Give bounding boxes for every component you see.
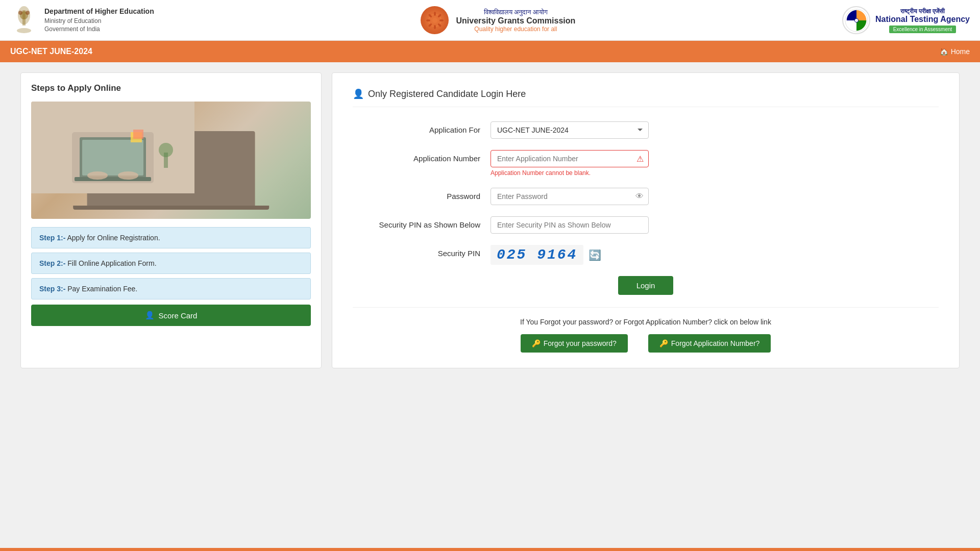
app-number-input-wrap: ⚠ [491, 150, 649, 167]
ugc-text: विश्वविद्यालय अनुदान आयोग University Gra… [456, 8, 575, 33]
login-button[interactable]: Login [618, 276, 674, 295]
ugc-hindi: विश्वविद्यालय अनुदान आयोग [456, 8, 575, 16]
svg-point-29 [159, 143, 173, 157]
footer-line [0, 548, 980, 551]
step2-text: Fill Online Application Form. [67, 259, 156, 267]
left-panel-title: Steps to Apply Online [31, 83, 311, 93]
app-number-label: Application Number [353, 150, 480, 163]
security-pin-input-control [491, 216, 649, 234]
dept-info: Department of Higher Education Ministry … [44, 7, 154, 34]
home-link[interactable]: 🏠 Home [940, 47, 970, 56]
svg-point-25 [118, 171, 138, 180]
password-input-wrap: 👁 [491, 188, 649, 205]
step1-item: Step 1:- Apply for Online Registration. [31, 227, 311, 248]
application-for-select[interactable]: UGC-NET JUNE-2024 [491, 121, 649, 139]
header: Department of Higher Education Ministry … [0, 0, 980, 41]
forgot-password-label: Forgot your password? [544, 339, 617, 347]
nta-english: National Testing Agency [875, 15, 970, 24]
password-label: Password [353, 188, 480, 201]
nta-text: राष्ट्रीय परीक्षा एजेंसी National Testin… [875, 8, 970, 33]
home-icon: 🏠 [940, 47, 948, 56]
svg-rect-2 [22, 10, 26, 26]
dept-line3: Government of India [44, 25, 154, 34]
svg-point-8 [434, 12, 436, 16]
nta-tagline: Excellence in Assessment [889, 24, 957, 33]
header-center: विश्वविद्यालय अनुदान आयोग University Gra… [421, 6, 575, 34]
svg-point-24 [87, 171, 108, 180]
application-number-row: Application Number ⚠ Application Number … [353, 150, 939, 177]
ugc-english: University Grants Commission [456, 16, 575, 26]
captcha-text: 025 9164 [491, 245, 583, 265]
step3-text: Pay Examination Fee. [67, 285, 137, 293]
navbar-title: UGC-NET JUNE-2024 [10, 47, 92, 56]
ashoka-emblem-icon [10, 5, 38, 36]
login-label: Login [636, 281, 655, 290]
step3-label: Step 3:- [39, 285, 65, 293]
svg-point-16 [432, 18, 437, 23]
nta-logo-icon [842, 6, 870, 34]
step1-label: Step 1:- [39, 234, 65, 242]
svg-point-4 [18, 11, 22, 15]
score-card-icon: 👤 [145, 311, 155, 320]
home-label: Home [951, 47, 970, 56]
application-number-input[interactable] [491, 150, 649, 167]
forgot-text: If You Forgot your password? or Forgot A… [353, 318, 939, 326]
laptop-image [31, 102, 311, 219]
security-pin-input-row: Security PIN as Shown Below [353, 216, 939, 234]
security-pin-display-label: Security PIN [353, 245, 480, 258]
step3-item: Step 3:- Pay Examination Fee. [31, 278, 311, 299]
header-left: Department of Higher Education Ministry … [10, 5, 154, 36]
eye-icon[interactable]: 👁 [635, 192, 644, 201]
forgot-buttons: 🔑 Forgot your password? 🔑 Forgot Applica… [353, 334, 939, 353]
password-input[interactable] [491, 188, 649, 205]
forgot-password-button[interactable]: 🔑 Forgot your password? [521, 334, 628, 353]
app-number-control: ⚠ Application Number cannot be blank. [491, 150, 649, 177]
svg-point-10 [439, 19, 444, 21]
application-for-row: Application For UGC-NET JUNE-2024 [353, 121, 939, 139]
svg-point-3 [17, 28, 31, 33]
navbar: UGC-NET JUNE-2024 🏠 Home [0, 41, 980, 62]
security-pin-display-control: 025 9164 🔄 [491, 245, 649, 265]
forgot-appnum-button[interactable]: 🔑 Forgot Application Number? [648, 334, 771, 353]
forgot-appnum-label: Forgot Application Number? [671, 339, 760, 347]
svg-rect-23 [75, 177, 151, 181]
svg-point-12 [434, 25, 436, 29]
svg-rect-22 [82, 140, 143, 176]
security-pin-input-label: Security PIN as Shown Below [353, 216, 480, 229]
key2-icon: 🔑 [659, 339, 668, 347]
error-icon: ⚠ [636, 154, 644, 164]
main-content: Steps to Apply Online [10, 62, 970, 379]
app-for-label: Application For [353, 121, 480, 134]
svg-rect-27 [133, 130, 143, 139]
svg-point-18 [854, 18, 858, 22]
password-row: Password 👁 [353, 188, 939, 205]
nta-hindi: राष्ट्रीय परीक्षा एजेंसी [875, 8, 970, 15]
user-icon: 👤 [353, 88, 364, 99]
security-pin-input[interactable] [491, 216, 649, 234]
password-control: 👁 [491, 188, 649, 205]
ugc-tagline: Quality higher education for all [456, 26, 575, 33]
ugc-logo-icon [421, 6, 449, 34]
app-for-control: UGC-NET JUNE-2024 [491, 121, 649, 139]
svg-point-5 [26, 11, 30, 15]
dept-line1: Department of Higher Education [44, 7, 154, 17]
right-panel: 👤 Only Registered Candidate Login Here A… [332, 72, 960, 368]
app-number-error: Application Number cannot be blank. [491, 169, 649, 177]
refresh-captcha-icon[interactable]: 🔄 [589, 249, 601, 261]
dept-line2: Ministry of Education [44, 17, 154, 26]
captcha-display: 025 9164 🔄 [491, 245, 649, 265]
security-pin-display-row: Security PIN 025 9164 🔄 [353, 245, 939, 265]
score-card-label: Score Card [159, 311, 198, 320]
login-title: 👤 Only Registered Candidate Login Here [353, 88, 939, 107]
header-right: राष्ट्रीय परीक्षा एजेंसी National Testin… [842, 6, 970, 34]
step1-text: Apply for Online Registration. [67, 234, 160, 242]
left-panel: Steps to Apply Online [20, 72, 322, 368]
key-icon: 🔑 [532, 339, 541, 347]
forgot-section: If You Forgot your password? or Forgot A… [353, 307, 939, 353]
step2-label: Step 2:- [39, 259, 65, 267]
svg-point-14 [426, 19, 430, 21]
score-card-button[interactable]: 👤 Score Card [31, 305, 311, 326]
step2-item: Step 2:- Fill Online Application Form. [31, 253, 311, 274]
